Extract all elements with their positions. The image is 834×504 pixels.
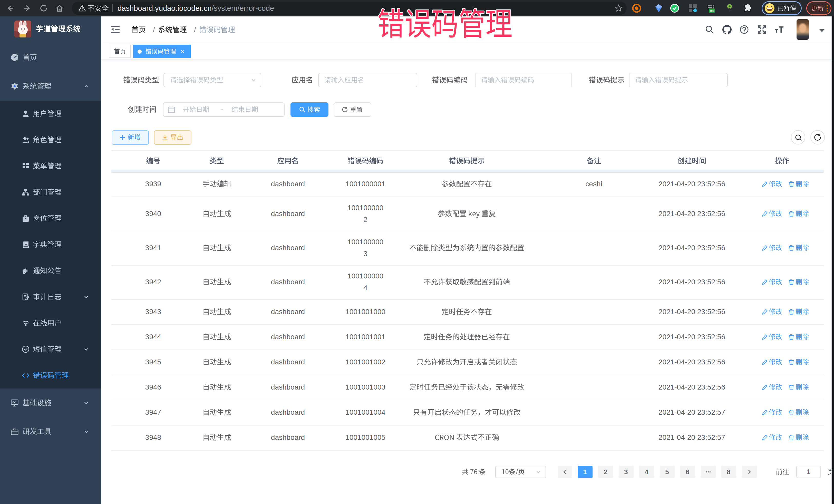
svg-text:on: on xyxy=(710,9,714,13)
